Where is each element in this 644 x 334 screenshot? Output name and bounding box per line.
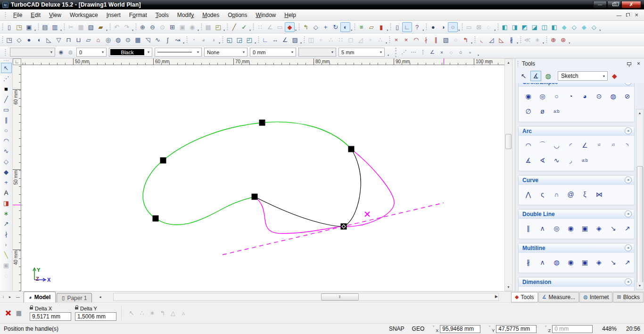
view-iso-nw-icon[interactable]: ◇ (569, 22, 579, 32)
rotated-box-icon[interactable]: ◇ (14, 35, 24, 45)
delta-y-input[interactable]: 1,5006 mm (75, 312, 116, 321)
measure-angle-icon[interactable]: ∠ (280, 35, 290, 45)
dline-parallel-icon[interactable]: ↗ (621, 223, 633, 234)
copy-mirror-icon[interactable]: ◻ (346, 35, 355, 45)
hemisphere-icon[interactable]: ◖ (34, 35, 44, 45)
camera-rotate-icon[interactable]: ↻ (330, 22, 340, 32)
scrollbar-thumb[interactable]: ⦀ (321, 293, 359, 301)
palette-tab-tools[interactable]: ◆Tools (511, 292, 537, 302)
copy-array-icon[interactable]: ∴ (326, 35, 336, 45)
line-segment-icon[interactable]: ╱ (1, 94, 12, 104)
render-hidden-line-icon[interactable]: ◑ (438, 22, 448, 32)
surface-dome-icon[interactable]: ◔ (189, 35, 198, 45)
zoom-out-icon[interactable]: ⊖ (148, 22, 157, 32)
torus-icon[interactable]: ◎ (103, 35, 113, 45)
dline-rectangle-icon[interactable]: ▣ (579, 223, 591, 234)
panel-select-icon[interactable]: ↖ (518, 71, 529, 81)
inspector-corner-icon[interactable]: ↰ (157, 308, 168, 318)
palette-tab-blocks[interactable]: ⊞Blocks (613, 292, 644, 302)
wireframe-view-icon[interactable]: ◇ (311, 22, 321, 32)
toolbar-overflow-icon[interactable]: ▾ (106, 28, 107, 32)
toolbar-overflow-icon[interactable]: ▾ (249, 28, 251, 32)
copy-offset-icon[interactable]: ▫ (316, 35, 326, 45)
menu-window[interactable]: Window (252, 10, 281, 20)
view-right-icon[interactable]: ◪ (529, 22, 539, 32)
visibility-eye-icon[interactable]: ◉ (58, 49, 65, 55)
dline-circle-icon[interactable]: ◎ (551, 223, 562, 234)
ellipse-icon[interactable]: ∅ (522, 106, 534, 117)
child-minimize-button[interactable]: — (616, 13, 621, 17)
prism-icon[interactable]: ▽ (54, 35, 64, 45)
selector-combo[interactable]: ▼ (10, 48, 55, 57)
arc-icon[interactable]: ◠ (1, 135, 12, 146)
cylinder-icon[interactable]: ⊓ (64, 35, 74, 45)
line-width-combo[interactable]: None▼ (204, 48, 248, 57)
curve-edit-icon[interactable]: ⋈ (593, 189, 605, 200)
curve-3d-icon[interactable]: ʃ (163, 35, 173, 45)
toolbar-overflow-icon[interactable]: ▾ (198, 28, 199, 32)
line-width-mm-combo[interactable]: 0 mm▼ (250, 48, 296, 57)
mesh-icon[interactable]: ▦ (133, 35, 143, 45)
extruded-solid-icon[interactable]: ⌂ (93, 35, 103, 45)
empty-combo[interactable]: ▼ (298, 48, 336, 57)
new-document-icon[interactable]: ▯ (4, 22, 14, 32)
arc-center-radius-icon[interactable]: ◠ (522, 140, 534, 151)
toolbar-overflow-icon[interactable]: ▾ (34, 28, 36, 32)
redo-icon[interactable]: ↷ (122, 22, 132, 32)
arc-ratio-icon[interactable]: a:b (579, 155, 591, 166)
edit-brush-icon[interactable]: ◆ (285, 22, 295, 32)
menu-insert[interactable]: Insert (102, 10, 125, 20)
taper-icon[interactable]: ◺ (496, 35, 506, 45)
zoom-full-view-icon[interactable]: ▣ (177, 22, 187, 32)
center-objects-icon[interactable]: ∗ (532, 35, 542, 45)
mline-polyline-icon[interactable]: ∧ (537, 257, 548, 268)
splitter-grip-icon[interactable]: ⁞ (0, 293, 7, 301)
toolbar-overflow-icon[interactable]: ▾ (60, 28, 62, 32)
menu-format[interactable]: Format (125, 10, 151, 20)
spline-3d-icon[interactable]: ∿ (153, 35, 163, 45)
delta-x-input[interactable]: 9,5171 mm (30, 312, 71, 321)
text-height-combo[interactable]: 5 mm▼ (339, 48, 385, 57)
curve-spiral-icon[interactable]: @ (565, 189, 577, 200)
parallel-lines-icon[interactable]: ∥ (1, 115, 12, 125)
undo-icon[interactable]: ↶ (112, 22, 122, 32)
scroll-up-arrow[interactable]: ▲ (636, 109, 643, 117)
render-wireframe-icon[interactable]: ● (428, 22, 438, 32)
curve-control-points-icon[interactable]: ⋀ (522, 189, 534, 200)
chamfer-corner-icon[interactable]: ◿ (487, 35, 496, 45)
material-icon[interactable]: ▱ (366, 22, 376, 32)
circle-tan-arc-icon[interactable]: ◔ (565, 91, 577, 102)
view-top-icon[interactable]: ◫ (539, 22, 549, 32)
ruler-origin-button[interactable]: ∟ (13, 58, 21, 65)
copy-scale-icon[interactable]: ◿ (355, 35, 365, 45)
view-iso-ne-icon[interactable]: ◆ (559, 22, 569, 32)
spline-handle[interactable] (348, 146, 355, 152)
view-iso-sw-icon[interactable]: ◇ (589, 22, 599, 32)
toolbar-overflow-icon[interactable]: ▾ (517, 41, 518, 44)
circle-tan-line-icon[interactable]: ◕ (579, 91, 591, 102)
scrollbar-thumb[interactable] (637, 166, 643, 284)
copy-vector-icon[interactable]: ∴ (375, 35, 385, 45)
menu-workspace[interactable]: Workspace (66, 10, 102, 20)
snap-quadrant-icon[interactable]: ○ (456, 48, 465, 57)
spline-handle[interactable] (259, 120, 265, 126)
view-back-icon[interactable]: ◨ (510, 22, 520, 32)
pan-icon[interactable]: + (321, 22, 330, 32)
cone-icon[interactable]: ◹ (143, 35, 153, 45)
arc-quarter-icon[interactable]: ◞ (565, 155, 577, 166)
view-iso-se-icon[interactable]: ◆ (579, 22, 589, 32)
explode-icon[interactable]: ⊠ (474, 22, 484, 32)
tab-scroll-left-icon[interactable]: ◂ (97, 293, 103, 301)
spline-handle[interactable] (160, 158, 166, 164)
arc-3d-icon[interactable]: ↝ (173, 35, 182, 45)
snap-center-green-icon[interactable]: ∗ (1, 208, 12, 218)
scroll-down-arrow[interactable]: ▼ (636, 282, 643, 289)
view-bottom-icon[interactable]: ◧ (549, 22, 559, 32)
menu-modify[interactable]: Modify (173, 10, 198, 20)
arc-tangent-point-icon[interactable]: ∡ (522, 155, 534, 166)
color-palette-icon[interactable]: ▮ (376, 22, 386, 32)
save-icon[interactable]: ▣ (24, 22, 34, 32)
canvas-horizontal-scrollbar[interactable]: ⦀ ▶ (113, 293, 499, 301)
geo-toggle[interactable]: GEO (412, 326, 425, 332)
slab-icon[interactable]: ▱ (83, 35, 93, 45)
